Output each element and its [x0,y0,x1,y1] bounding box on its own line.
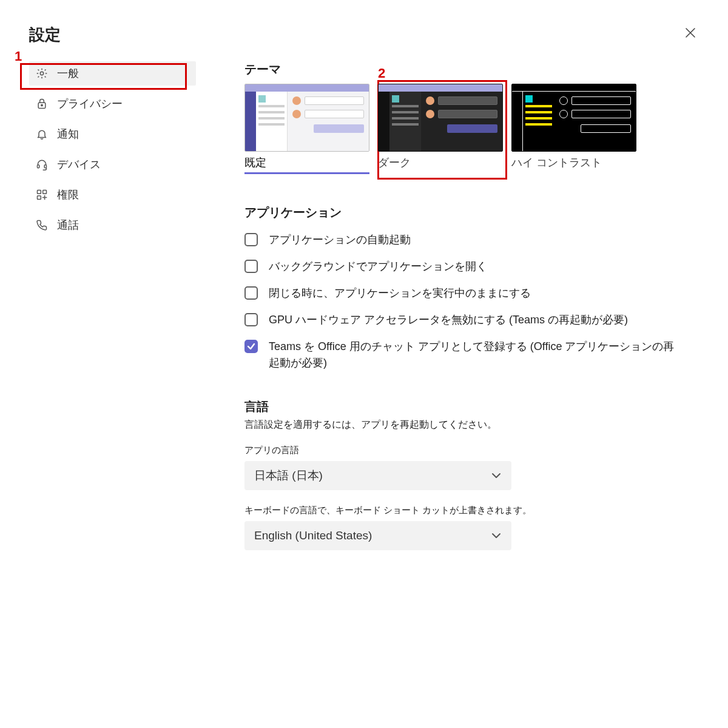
keyboard-language-label: キーボードの言語で、キーボード ショート カットが上書きされます。 [244,505,681,516]
checkbox-label: Teams を Office 用のチャット アプリとして登録する (Office… [269,339,681,372]
language-hint: 言語設定を適用するには、アプリを再起動してください。 [244,419,681,431]
keyboard-language-select[interactable]: English (United States) [244,521,511,550]
checkbox[interactable] [244,313,258,326]
app-option-4: Teams を Office 用のチャット アプリとして登録する (Office… [244,334,681,377]
app-language-value: 日本語 (日本) [254,468,323,484]
svg-point-0 [40,72,43,75]
theme-option-default[interactable]: 既定 [244,84,369,174]
application-heading: アプリケーション [244,204,681,221]
phone-icon [35,218,49,232]
gear-icon [35,67,49,80]
app-option-0: アプリケーションの自動起動 [244,227,681,254]
checkbox-label: バックグラウンドでアプリケーションを開く [269,258,681,275]
checkbox[interactable] [244,286,258,300]
annotation-number-2: 2 [378,66,385,81]
svg-point-2 [41,104,42,106]
keyboard-language-value: English (United States) [254,529,372,542]
checkbox[interactable] [244,260,258,273]
theme-option-dark[interactable]: ダーク [378,84,503,174]
lock-icon [35,97,49,110]
chevron-down-icon [491,470,502,481]
app-language-select[interactable]: 日本語 (日本) [244,461,511,490]
checkbox[interactable] [244,340,258,353]
language-heading: 言語 [244,399,681,415]
sidebar-item-calls[interactable]: 通話 [29,213,196,237]
page-title: 設定 [29,24,699,46]
app-language-label: アプリの言語 [244,445,681,456]
bell-icon [35,127,49,141]
theme-label: 既定 [244,155,369,170]
sidebar-item-label: 通知 [57,127,79,141]
sidebar-item-privacy[interactable]: プライバシー [29,92,196,116]
app-option-2: 閉じる時に、アプリケーションを実行中のままにする [244,280,681,307]
checkbox-label: 閉じる時に、アプリケーションを実行中のままにする [269,285,681,302]
settings-sidebar: 一般 プライバシー 通知 デバイス 権限 通話 [29,61,196,565]
sidebar-item-general[interactable]: 一般 [29,61,196,86]
chevron-down-icon [491,530,502,541]
sidebar-item-label: 一般 [57,66,79,81]
sidebar-item-device[interactable]: デバイス [29,152,196,177]
theme-label: ハイ コントラスト [511,155,636,170]
headset-icon [35,158,49,171]
checkbox-label: アプリケーションの自動起動 [269,232,681,249]
svg-rect-5 [38,190,41,194]
theme-heading: テーマ [244,61,681,78]
annotation-number-1: 1 [15,49,22,64]
sidebar-item-notify[interactable]: 通知 [29,122,196,146]
apps-icon [35,188,49,201]
svg-rect-4 [44,165,46,168]
app-option-1: バックグラウンドでアプリケーションを開く [244,254,681,280]
checkbox-label: GPU ハードウェア アクセラレータを無効にする (Teams の再起動が必要) [269,312,681,329]
sidebar-item-label: プライバシー [57,96,123,111]
svg-rect-6 [43,190,47,194]
svg-rect-3 [38,165,39,168]
theme-label: ダーク [378,155,503,170]
sidebar-item-perm[interactable]: 権限 [29,183,196,207]
checkbox[interactable] [244,233,258,246]
theme-option-contrast[interactable]: ハイ コントラスト [511,84,636,174]
sidebar-item-label: 権限 [57,187,79,202]
svg-rect-7 [38,196,41,200]
sidebar-item-label: デバイス [57,157,101,172]
close-button[interactable] [682,24,699,41]
app-option-3: GPU ハードウェア アクセラレータを無効にする (Teams の再起動が必要) [244,307,681,334]
sidebar-item-label: 通話 [57,218,79,232]
